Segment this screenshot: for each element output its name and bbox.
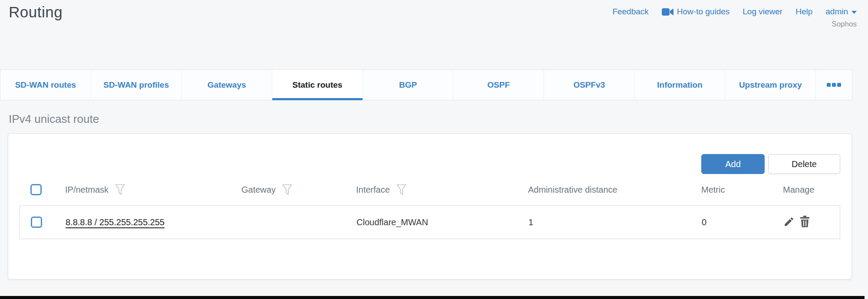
delete-button[interactable]: Delete [768,154,840,174]
column-label: Interface [356,185,390,195]
howto-guides-link[interactable]: How-to guides [662,7,729,16]
tab-sdwan-routes[interactable]: SD-WAN routes [0,70,91,100]
feedback-link-label: Feedback [612,7,648,16]
feedback-link[interactable]: Feedback [612,7,648,16]
funnel-icon[interactable] [282,184,292,195]
user-menu-label: admin [825,7,848,16]
static-routes-card: Add Delete IP/netmask Gateway Interface [8,133,852,279]
select-all-checkbox[interactable] [30,184,42,195]
tab-static-routes[interactable]: Static routes [272,70,363,100]
ellipsis-icon [837,83,841,87]
help-link[interactable]: Help [795,7,812,16]
delete-route-button[interactable] [800,216,810,229]
tab-ospfv3[interactable]: OSPFv3 [544,70,635,100]
tab-gateways[interactable]: Gateways [182,70,272,100]
funnel-icon[interactable] [115,184,125,195]
route-link[interactable]: 8.8.8.8 / 255.255.255.255 [66,217,165,227]
column-label: IP/netmask [65,185,109,195]
ellipsis-icon [832,83,836,87]
column-header-manage: Manage [783,185,840,195]
log-viewer-link-label: Log viewer [743,7,782,16]
brand-label: Sophos [832,20,857,29]
cell-manage [783,216,840,229]
page-title: Routing [9,3,63,69]
column-label: Metric [701,185,725,195]
cell-metric: 0 [702,217,783,227]
row-checkbox-cell [20,217,66,228]
user-menu[interactable]: admin [825,7,857,16]
table-row: 8.8.8.8 / 255.255.255.255 Cloudflare_MWA… [20,205,840,239]
trash-icon [800,216,810,229]
header-nav: Feedback How-to guides Log viewer Help a… [612,7,857,16]
video-camera-icon [662,8,673,16]
caret-down-icon [851,11,857,14]
tab-overflow-button[interactable] [816,70,852,100]
tab-bgp[interactable]: BGP [363,70,454,100]
window-bottom-edge [0,296,865,299]
routing-tab-bar: SD-WAN routes SD-WAN profiles Gateways S… [0,69,852,100]
howto-guides-link-label: How-to guides [677,7,729,16]
header-right: Feedback How-to guides Log viewer Help a… [612,3,857,69]
column-header-ip-netmask: IP/netmask [65,184,241,195]
cell-administrative-distance: 1 [528,217,702,227]
ellipsis-icon [827,83,831,87]
cell-interface: Cloudflare_MWAN [356,217,528,227]
column-label: Manage [783,185,814,195]
tab-sdwan-profiles[interactable]: SD-WAN profiles [91,70,182,100]
add-button[interactable]: Add [701,154,765,174]
tab-upstream-proxy[interactable]: Upstream proxy [725,70,816,100]
column-label: Gateway [241,185,276,195]
header-checkbox-cell [20,184,65,195]
column-header-administrative-distance: Administrative distance [528,185,701,195]
section-heading: IPv4 unicast route [9,112,868,126]
column-header-interface: Interface [356,184,528,195]
column-header-gateway: Gateway [241,184,356,195]
row-checkbox[interactable] [31,217,42,228]
help-link-label: Help [795,7,812,16]
funnel-icon[interactable] [396,184,406,195]
page-header: Routing Feedback How-to guides Log viewe… [0,0,868,69]
log-viewer-link[interactable]: Log viewer [743,7,782,16]
column-label: Administrative distance [528,185,617,195]
tab-ospf[interactable]: OSPF [453,70,544,100]
card-toolbar: Add Delete [20,134,840,174]
column-header-metric: Metric [701,185,783,195]
tab-information[interactable]: Information [635,70,726,100]
table-header: IP/netmask Gateway Interface [20,174,840,205]
cell-ip-netmask: 8.8.8.8 / 255.255.255.255 [66,217,242,227]
edit-route-button[interactable] [783,216,795,229]
pencil-icon [783,216,795,229]
